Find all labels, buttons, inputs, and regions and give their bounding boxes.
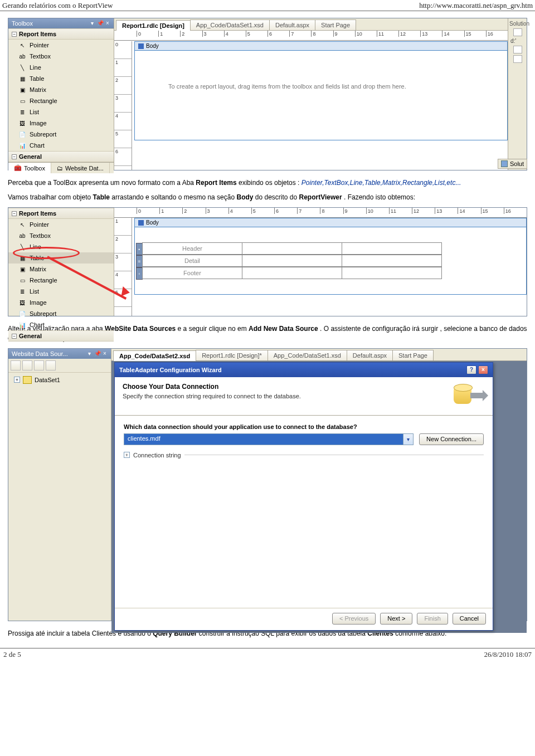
doc-tab[interactable]: Report1.rdlc [Design]* bbox=[196, 350, 268, 360]
bottom-tab-toolbox[interactable]: 🧰 Toolbox bbox=[8, 163, 51, 173]
close-icon[interactable]: × bbox=[105, 21, 110, 26]
bottom-tab-toolbox-label: Toolbox bbox=[24, 165, 45, 172]
toolbox-item-textbox[interactable]: abTextbox bbox=[8, 51, 114, 62]
new-connection-button[interactable]: New Connection... bbox=[419, 433, 484, 445]
report-body: Body ▪ Header ≡ Detail bbox=[134, 218, 527, 295]
toolbox-item-list[interactable]: ≣List bbox=[8, 106, 114, 118]
designer-dropzone[interactable]: ▪ Header ≡ Detail bbox=[135, 227, 526, 294]
toolbox-item-matrix[interactable]: ▣Matrix bbox=[8, 264, 114, 275]
ruler-tick: 4 bbox=[224, 31, 246, 37]
matrix-icon: ▣ bbox=[18, 265, 26, 273]
pin-icon[interactable]: 📌 bbox=[94, 351, 100, 357]
dropdown-icon[interactable]: ▾ bbox=[89, 21, 95, 26]
toolbox-item-label: Pointer bbox=[30, 221, 49, 228]
doc-tab[interactable]: Report1.rdlc [Design] bbox=[116, 20, 191, 31]
image-icon: 🖼 bbox=[18, 299, 26, 306]
collapse-icon[interactable]: − bbox=[12, 154, 17, 159]
group-report-items[interactable]: − Report Items bbox=[8, 208, 114, 219]
table-footer-cell[interactable] bbox=[342, 267, 442, 279]
toolbox-item-textbox[interactable]: abTextbox bbox=[8, 230, 114, 241]
dropdown-icon[interactable]: ▾ bbox=[86, 351, 92, 357]
doc-tab[interactable]: Start Page bbox=[392, 350, 434, 360]
ruler-tick: 3 bbox=[202, 31, 224, 37]
toolbox-item-pointer[interactable]: ↖Pointer bbox=[8, 40, 114, 51]
toolbox-item-table[interactable]: ▦Table bbox=[8, 252, 114, 264]
table-footer-cell[interactable]: Footer bbox=[142, 267, 242, 279]
doc-tab[interactable]: Default.aspx bbox=[347, 350, 393, 360]
group-report-items[interactable]: − Report Items bbox=[8, 28, 114, 40]
toolbox-item-pointer[interactable]: ↖Pointer bbox=[8, 219, 114, 230]
textbox-icon: ab bbox=[18, 52, 26, 60]
collapse-icon[interactable]: − bbox=[12, 211, 17, 216]
group-general[interactable]: − General bbox=[8, 151, 114, 162]
toolbar-button[interactable] bbox=[34, 360, 44, 370]
ide-screenshot-2: − Report Items ↖PointerabTextbox╲Line▦Ta… bbox=[8, 207, 527, 316]
table-footer-cell[interactable] bbox=[242, 267, 342, 279]
doc-tab[interactable]: Start Page bbox=[315, 19, 356, 30]
next-button[interactable]: Next > bbox=[380, 613, 412, 625]
toolbox-item-rectangle[interactable]: ▭Rectangle bbox=[8, 95, 114, 106]
ruler-tick: 16 bbox=[486, 31, 508, 37]
toolbox-item-label: Subreport bbox=[30, 131, 56, 138]
toolbox-item-line[interactable]: ╲Line bbox=[8, 62, 114, 73]
toolbox-item-table[interactable]: ▦Table bbox=[8, 73, 114, 84]
ruler-tick: 9 bbox=[333, 31, 355, 37]
toolbox-item-chart[interactable]: 📊Chart bbox=[8, 319, 114, 330]
rectangle-icon: ▭ bbox=[18, 276, 26, 284]
horizontal-ruler: 012345678910111213141516 bbox=[114, 31, 508, 41]
collapse-icon[interactable]: − bbox=[12, 32, 17, 37]
doc-tab[interactable]: App_Code/DataSet1.xsd bbox=[190, 19, 270, 30]
wizard-question: Which data connection should your applic… bbox=[124, 423, 484, 430]
table-detail-cell[interactable]: Detail bbox=[142, 255, 242, 267]
collapse-icon[interactable]: − bbox=[12, 334, 17, 339]
textbox-icon: ab bbox=[18, 232, 26, 240]
table-detail-cell[interactable] bbox=[342, 255, 442, 267]
dataset-node[interactable]: + DataSet1 bbox=[8, 373, 111, 387]
connection-combobox[interactable]: clientes.mdf ▾ bbox=[124, 433, 414, 445]
toolbox-item-image[interactable]: 🖼Image bbox=[8, 297, 114, 308]
toolbox-item-label: Line bbox=[30, 243, 41, 250]
subreport-icon: 📄 bbox=[18, 310, 26, 318]
toolbox-item-line[interactable]: ╲Line bbox=[8, 241, 114, 252]
ruler-tick: 14 bbox=[458, 208, 480, 214]
bottom-tab-website-data[interactable]: 🗂 Website Dat... bbox=[51, 163, 110, 173]
ruler-tick: 2 bbox=[180, 31, 202, 37]
add-data-source-button[interactable] bbox=[11, 360, 21, 370]
close-icon[interactable]: × bbox=[102, 351, 108, 357]
toolbox-item-subreport[interactable]: 📄Subreport bbox=[8, 308, 114, 319]
tree-expand-icon[interactable]: + bbox=[14, 377, 20, 383]
table-header-cell[interactable] bbox=[342, 242, 442, 255]
toolbox-item-image[interactable]: 🖼Image bbox=[8, 118, 114, 129]
toolbox-item-chart[interactable]: 📊Chart bbox=[8, 140, 114, 151]
chevron-down-icon[interactable]: ▾ bbox=[403, 434, 413, 445]
pin-icon[interactable]: 📌 bbox=[97, 21, 103, 26]
line-icon: ╲ bbox=[18, 243, 26, 251]
refresh-button[interactable] bbox=[22, 360, 32, 370]
wizard-titlebar[interactable]: TableAdapter Configuration Wizard ? × bbox=[115, 363, 493, 377]
table-header-cell[interactable]: Header bbox=[142, 242, 242, 255]
close-icon[interactable]: × bbox=[478, 365, 488, 374]
toolbox-item-subreport[interactable]: 📄Subreport bbox=[8, 129, 114, 140]
designer-dropzone[interactable]: To create a report layout, drag items fr… bbox=[135, 51, 507, 140]
previous-button: < Previous bbox=[332, 613, 376, 625]
ruler-tick: 8 bbox=[311, 31, 333, 37]
cancel-button[interactable]: Cancel bbox=[453, 613, 486, 625]
help-icon[interactable]: ? bbox=[466, 365, 476, 374]
toolbar-button[interactable] bbox=[46, 360, 56, 370]
table-detail-cell[interactable] bbox=[242, 255, 342, 267]
doc-tab[interactable]: Default.aspx bbox=[269, 19, 315, 30]
subreport-icon: 📄 bbox=[18, 130, 26, 138]
toolbox-item-rectangle[interactable]: ▭Rectangle bbox=[8, 275, 114, 286]
expand-icon[interactable]: + bbox=[124, 452, 130, 458]
connection-string-expander[interactable]: + Connection string bbox=[124, 452, 484, 459]
table-header-cell[interactable] bbox=[242, 242, 342, 255]
report-table[interactable]: ▪ Header ≡ Detail bbox=[136, 243, 442, 280]
pointer-icon: ↖ bbox=[18, 221, 26, 228]
toolbox-item-label: Textbox bbox=[30, 232, 51, 239]
solution-explorer-tag[interactable]: Solut bbox=[498, 159, 527, 169]
group-general[interactable]: − General bbox=[8, 330, 114, 342]
toolbox-item-list[interactable]: ≣List bbox=[8, 286, 114, 297]
doc-tab[interactable]: App_Code/DataSet2.xsd bbox=[113, 350, 196, 361]
toolbox-item-matrix[interactable]: ▣Matrix bbox=[8, 84, 114, 95]
doc-tab[interactable]: App_Code/DataSet1.xsd bbox=[268, 350, 347, 360]
